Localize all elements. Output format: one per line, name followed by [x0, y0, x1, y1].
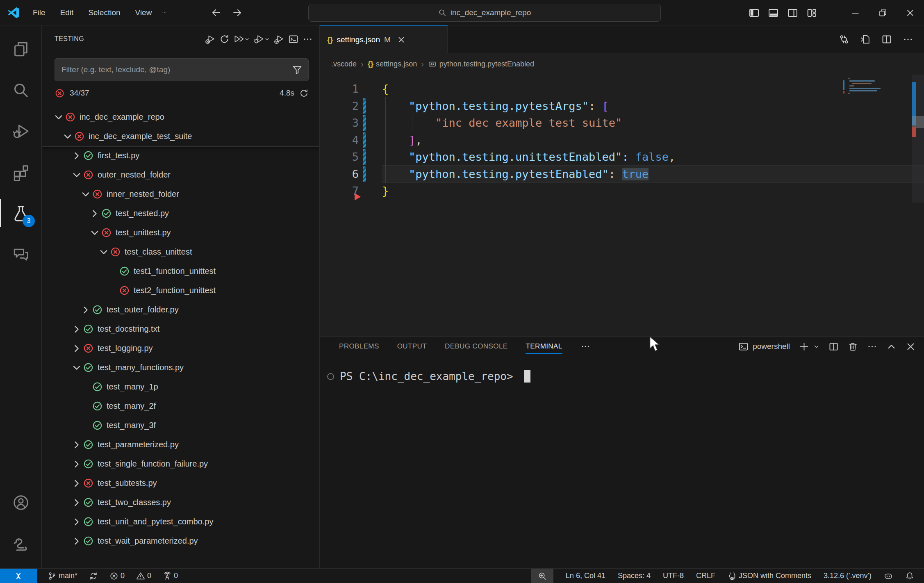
- customize-layout-icon[interactable]: [806, 7, 817, 18]
- test-item-test_many_1p[interactable]: test_many_1p: [42, 377, 319, 396]
- remote-indicator[interactable]: [0, 569, 37, 583]
- open-changes-icon[interactable]: [839, 34, 849, 45]
- code-line-4[interactable]: 4 ],: [320, 132, 924, 149]
- code-line-6[interactable]: 6 "python.testing.pytestEnabled": true: [320, 166, 924, 183]
- activity-item-python-environments[interactable]: [0, 523, 41, 564]
- test-item-test_wait_parameterized.py[interactable]: test_wait_parameterized.py: [42, 531, 319, 551]
- filter-icon[interactable]: [292, 64, 303, 75]
- tab-settings-json[interactable]: { } settings.json M: [320, 25, 448, 53]
- code-line-1[interactable]: 1{: [320, 80, 924, 98]
- show-output-button[interactable]: [287, 32, 299, 46]
- panel-tabs-more-icon[interactable]: [580, 342, 590, 351]
- cancel-test-run-button[interactable]: [204, 32, 216, 46]
- tab-close-icon[interactable]: [397, 36, 405, 44]
- activity-item-comments[interactable]: [0, 234, 41, 275]
- menu-file[interactable]: File: [27, 6, 51, 20]
- status-indentation[interactable]: Spaces: 4: [618, 572, 651, 580]
- command-center[interactable]: inc_dec_example_repo: [308, 4, 661, 22]
- test-item-first_test.py[interactable]: first_test.py: [42, 146, 319, 165]
- status-cursor-position[interactable]: Ln 6, Col 41: [566, 572, 605, 580]
- terminal[interactable]: PS C:\inc_dec_example_repo>: [320, 356, 924, 568]
- scrollbar-slider[interactable]: [912, 116, 924, 128]
- more-actions-button[interactable]: [302, 32, 314, 46]
- test-item-test_parameterized.py[interactable]: test_parameterized.py: [42, 435, 319, 454]
- activity-item-run-and-debug[interactable]: [0, 111, 41, 152]
- test-item-test_two_classes.py[interactable]: test_two_classes.py: [42, 493, 319, 512]
- test-item-test_logging.py[interactable]: test_logging.py: [42, 339, 319, 358]
- nav-back-icon[interactable]: [211, 7, 221, 18]
- breadcrumb-item[interactable]: { }settings.json: [368, 59, 417, 68]
- test-item-outer_nested_folder[interactable]: outer_nested_folder: [42, 165, 319, 184]
- test-item-test_docstring.txt[interactable]: test_docstring.txt: [42, 319, 319, 339]
- activity-item-extensions[interactable]: [0, 152, 41, 193]
- activity-item-accounts[interactable]: [0, 482, 41, 523]
- toggle-panel-icon[interactable]: [768, 7, 779, 18]
- test-item-inc_dec_example_test_suite[interactable]: inc_dec_example_test_suite: [42, 127, 319, 146]
- status-git-branch[interactable]: main*: [48, 572, 77, 581]
- test-item-test_nested.py[interactable]: test_nested.py: [42, 204, 319, 223]
- split-editor-icon[interactable]: [881, 34, 892, 45]
- close-window-button[interactable]: [897, 0, 924, 25]
- toggle-secondary-sidebar-icon[interactable]: [787, 7, 798, 18]
- restore-button[interactable]: [869, 0, 897, 25]
- close-panel-icon[interactable]: [906, 342, 916, 352]
- open-settings-ui-icon[interactable]: [860, 34, 871, 45]
- minimap[interactable]: [843, 77, 890, 98]
- more-editor-actions-icon[interactable]: [903, 34, 913, 45]
- status-language-mode[interactable]: JSON with Comments: [728, 572, 811, 581]
- code-line-7[interactable]: 7}: [320, 182, 924, 200]
- overview-ruler[interactable]: [912, 75, 924, 203]
- rerun-icon[interactable]: [299, 89, 309, 98]
- test-item-test_many_functions.py[interactable]: test_many_functions.py: [42, 358, 319, 377]
- test-item-inc_dec_example_repo[interactable]: inc_dec_example_repo: [42, 107, 319, 127]
- panel-tab-output[interactable]: OUTPUT: [397, 337, 427, 356]
- breadcrumb-item[interactable]: python.testing.pytestEnabled: [428, 60, 534, 68]
- test-item-inner_nested_folder[interactable]: inner_nested_folder: [42, 184, 319, 204]
- test-item-test_unittest.py[interactable]: test_unittest.py: [42, 223, 319, 242]
- menu-view[interactable]: View: [130, 6, 158, 20]
- activity-item-search[interactable]: [0, 70, 41, 111]
- status-ports[interactable]: 0: [163, 572, 178, 581]
- panel-tab-debug-console[interactable]: DEBUG CONSOLE: [445, 337, 508, 356]
- status-encoding[interactable]: UTF-8: [663, 572, 684, 580]
- run-tests-button[interactable]: [233, 32, 250, 46]
- split-terminal-icon[interactable]: [828, 342, 839, 352]
- new-terminal-icon[interactable]: [799, 342, 809, 352]
- refresh-tests-button[interactable]: [218, 32, 230, 46]
- panel-tab-problems[interactable]: PROBLEMS: [339, 337, 379, 356]
- terminal-dropdown-icon[interactable]: [813, 344, 819, 350]
- toggle-sidebar-icon[interactable]: [749, 7, 760, 18]
- test-item-test_outer_folder.py[interactable]: test_outer_folder.py: [42, 300, 319, 319]
- test-item-test_single_function_failure.py[interactable]: test_single_function_failure.py: [42, 454, 319, 474]
- code-line-2[interactable]: 2 "python.testing.pytestArgs": [: [320, 98, 924, 115]
- activity-item-explorer[interactable]: [0, 29, 41, 70]
- status-python-interpreter[interactable]: 3.12.6 ('.venv'): [824, 572, 872, 580]
- code-line-5[interactable]: 5 "python.testing.unittestEnabled": fals…: [320, 148, 924, 166]
- status-copilot[interactable]: [884, 572, 893, 581]
- panel-more-icon[interactable]: [867, 342, 877, 352]
- panel-tab-terminal[interactable]: TERMINAL: [526, 337, 562, 356]
- activity-item-testing[interactable]: 3: [0, 193, 41, 234]
- status-notifications[interactable]: [905, 572, 914, 581]
- test-item-test_many_2f[interactable]: test_many_2f: [42, 396, 319, 416]
- status-git-sync[interactable]: [89, 572, 98, 581]
- test-filter-input[interactable]: [61, 65, 292, 74]
- terminal-instance[interactable]: powershell: [738, 342, 790, 352]
- test-item-test1_function_unittest[interactable]: test1_function_unittest: [42, 262, 319, 281]
- menu-more-icon[interactable]: [157, 8, 171, 18]
- kill-terminal-icon[interactable]: [848, 342, 858, 352]
- test-item-test2_function_unittest[interactable]: test2_function_unittest: [42, 281, 319, 300]
- code-line-3[interactable]: 3 "inc_dec_example_test_suite": [320, 114, 924, 132]
- status-eol[interactable]: CRLF: [696, 572, 715, 580]
- status-warnings[interactable]: 0: [136, 572, 151, 581]
- status-errors[interactable]: 0: [109, 572, 125, 581]
- test-item-test_subtests.py[interactable]: test_subtests.py: [42, 474, 319, 493]
- code-editor[interactable]: 1{2 "python.testing.pytestArgs": [3 "inc…: [320, 75, 924, 336]
- test-item-test_class_unittest[interactable]: test_class_unittest: [42, 242, 319, 262]
- maximize-panel-icon[interactable]: [886, 342, 897, 352]
- menu-selection[interactable]: Selection: [82, 6, 126, 20]
- nav-forward-icon[interactable]: [232, 7, 243, 18]
- status-zoom-indicator[interactable]: [531, 569, 553, 583]
- debug-tests-button[interactable]: [253, 32, 271, 46]
- run-tests-with-coverage-button[interactable]: [273, 32, 285, 46]
